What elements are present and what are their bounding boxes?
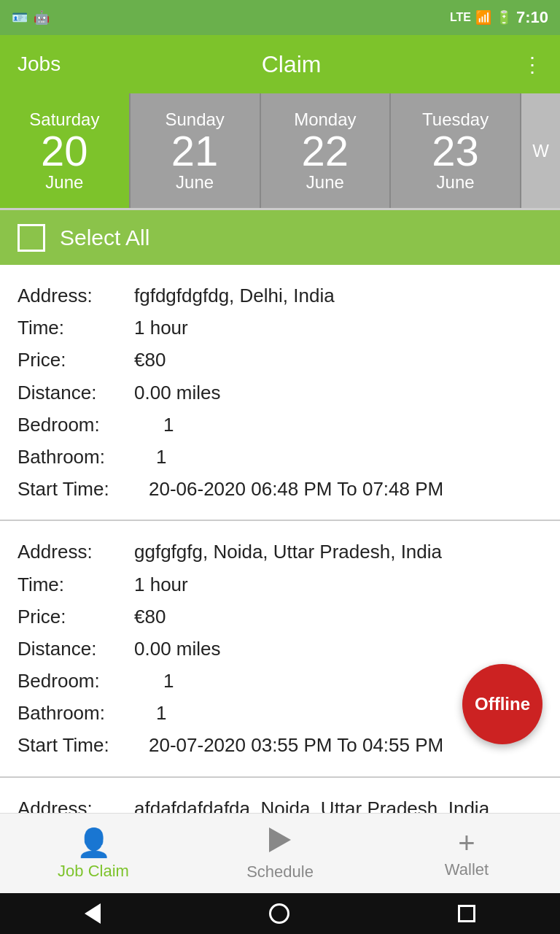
job-card-2: Address: ggfgfgfg, Noida, Uttar Pradesh,…: [0, 521, 560, 777]
tab-tuesday[interactable]: Tuesday 23 June: [391, 93, 521, 208]
job-bathroom-row-1: Bathroom: 1: [18, 441, 542, 473]
select-all-bar[interactable]: Select All: [0, 210, 560, 265]
bedroom-label-2: Bedroom:: [18, 665, 134, 697]
job-price-row-2: Price: €80: [18, 601, 542, 633]
day-tabs: Saturday 20 June Sunday 21 June Monday 2…: [0, 93, 560, 210]
tab-wednesday[interactable]: W: [521, 93, 560, 208]
bedroom-label-1: Bedroom:: [18, 409, 134, 441]
starttime-label-2: Start Time:: [18, 729, 134, 761]
job-starttime-row-1: Start Time: 20-06-2020 06:48 PM To 07:48…: [18, 473, 542, 505]
home-button[interactable]: [269, 903, 289, 924]
price-value-1: €80: [134, 344, 166, 376]
select-all-label: Select All: [60, 225, 149, 250]
time-display: 7:10: [516, 8, 548, 27]
toolbar: Jobs Claim ⋮: [0, 35, 560, 93]
day-name-wednesday: W: [532, 141, 549, 161]
address-value-2: ggfgfgfg, Noida, Uttar Pradesh, India: [134, 536, 442, 568]
address-label-2: Address:: [18, 536, 134, 568]
tab-saturday[interactable]: Saturday 20 June: [0, 93, 131, 208]
battery-icon: 🔋: [496, 9, 512, 26]
distance-label-2: Distance:: [18, 633, 134, 665]
jobs-list: Address: fgfdgfdgfdg, Delhi, India Time:…: [0, 265, 560, 870]
day-number-tuesday: 23: [432, 130, 479, 172]
job-address-row-2: Address: ggfgfgfg, Noida, Uttar Pradesh,…: [18, 536, 542, 568]
bedroom-value-2: 1: [134, 665, 174, 697]
price-label-1: Price:: [18, 344, 134, 376]
page-title: Claim: [262, 51, 322, 78]
time-label-2: Time:: [18, 568, 134, 601]
bottom-nav: 👤 Job Claim Schedule + Wallet: [0, 813, 560, 893]
bedroom-value-1: 1: [134, 409, 174, 441]
day-month-tuesday: June: [437, 172, 475, 193]
distance-value-1: 0.00 miles: [134, 377, 221, 409]
play-icon: [268, 826, 292, 857]
signal-icon: 📶: [475, 9, 491, 26]
job-address-row-1: Address: fgfdgfdgfdg, Delhi, India: [18, 279, 542, 312]
day-number-saturday: 20: [41, 130, 88, 172]
status-bar-right: LTE 📶 🔋 7:10: [450, 8, 548, 27]
day-number-monday: 22: [302, 130, 349, 172]
nav-item-wallet[interactable]: + Wallet: [373, 814, 560, 893]
android-icon: 🤖: [34, 9, 50, 26]
nav-label-job-claim: Job Claim: [58, 862, 129, 881]
tab-sunday[interactable]: Sunday 21 June: [131, 93, 261, 208]
job-card-1: Address: fgfdgfdgfdg, Delhi, India Time:…: [0, 265, 560, 521]
more-vert-icon[interactable]: ⋮: [522, 53, 542, 77]
job-distance-row-2: Distance: 0.00 miles: [18, 633, 542, 665]
svg-marker-0: [269, 827, 291, 852]
job-bedroom-row-1: Bedroom: 1: [18, 409, 542, 441]
offline-label: Offline: [475, 694, 530, 714]
price-label-2: Price:: [18, 601, 134, 633]
lte-icon: LTE: [450, 11, 471, 24]
job-starttime-row-2: Start Time: 20-07-2020 03:55 PM To 04:55…: [18, 729, 542, 761]
job-time-row-2: Time: 1 hour: [18, 568, 542, 601]
person-icon: 👤: [77, 827, 111, 859]
day-number-sunday: 21: [171, 130, 219, 172]
bathroom-label-2: Bathroom:: [18, 697, 134, 729]
android-nav-bar: [0, 893, 560, 934]
bathroom-label-1: Bathroom:: [18, 441, 134, 473]
day-month-saturday: June: [45, 172, 83, 193]
status-bar: 🪪 🤖 LTE 📶 🔋 7:10: [0, 0, 560, 35]
starttime-value-2: 20-07-2020 03:55 PM To 04:55 PM: [134, 729, 443, 761]
tab-monday[interactable]: Monday 22 June: [261, 93, 392, 208]
day-month-monday: June: [306, 172, 344, 193]
nav-label-wallet: Wallet: [445, 860, 489, 879]
jobs-button[interactable]: Jobs: [18, 53, 61, 76]
nav-item-schedule[interactable]: Schedule: [187, 814, 373, 893]
starttime-label-1: Start Time:: [18, 473, 134, 505]
job-distance-row-1: Distance: 0.00 miles: [18, 377, 542, 409]
job-time-row-1: Time: 1 hour: [18, 312, 542, 344]
select-all-checkbox[interactable]: [18, 224, 45, 252]
recents-button[interactable]: [458, 905, 475, 922]
address-value-1: fgfdgfdgfdg, Delhi, India: [134, 279, 335, 312]
bathroom-value-2: 1: [134, 697, 166, 729]
nav-label-schedule: Schedule: [246, 862, 314, 881]
time-value-2: 1 hour: [134, 568, 188, 601]
day-month-sunday: June: [176, 172, 214, 193]
time-label-1: Time:: [18, 312, 134, 344]
status-bar-left: 🪪 🤖: [12, 9, 50, 26]
bathroom-value-1: 1: [134, 441, 166, 473]
back-button[interactable]: [85, 903, 101, 924]
sim-icon: 🪪: [12, 9, 28, 26]
plus-icon: +: [458, 828, 475, 857]
offline-button[interactable]: Offline: [462, 664, 542, 744]
job-price-row-1: Price: €80: [18, 344, 542, 376]
starttime-value-1: 20-06-2020 06:48 PM To 07:48 PM: [134, 473, 443, 505]
price-value-2: €80: [134, 601, 166, 633]
distance-value-2: 0.00 miles: [134, 633, 221, 665]
distance-label-1: Distance:: [18, 377, 134, 409]
time-value-1: 1 hour: [134, 312, 188, 344]
address-label-1: Address:: [18, 279, 134, 312]
nav-item-job-claim[interactable]: 👤 Job Claim: [0, 814, 187, 893]
